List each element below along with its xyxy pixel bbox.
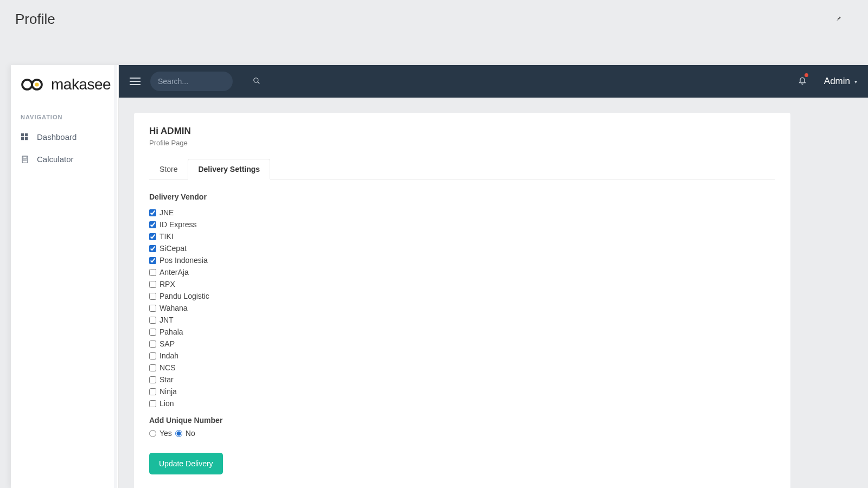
vendor-checkbox[interactable] <box>149 233 156 240</box>
vendor-label: Pos Indonesia <box>159 254 208 266</box>
page-title: Profile <box>15 11 835 28</box>
vendor-checkbox[interactable] <box>149 209 156 216</box>
tab-store[interactable]: Store <box>149 159 188 179</box>
vendor-checkbox[interactable] <box>149 341 156 348</box>
vendor-row: Indah <box>149 350 775 362</box>
vendor-row: ID Express <box>149 219 775 230</box>
vendor-label: Indah <box>159 350 178 362</box>
vendor-label: SAP <box>159 338 175 350</box>
vendor-label: AnterAja <box>159 266 189 278</box>
vendor-label: JNE <box>159 207 174 219</box>
vendor-row: Ninja <box>149 386 775 397</box>
vendor-label: RPX <box>159 278 175 290</box>
brand-logo-icon <box>21 77 47 92</box>
vendor-label: ID Express <box>159 219 196 230</box>
tab-delivery-settings[interactable]: Delivery Settings <box>188 159 270 179</box>
vendor-row: Lion <box>149 397 775 409</box>
update-delivery-button[interactable]: Update Delivery <box>149 453 223 474</box>
unique-no-label: No <box>186 429 195 438</box>
vendor-checkbox[interactable] <box>149 281 156 288</box>
unique-no-radio[interactable] <box>175 430 182 437</box>
menu-toggle-button[interactable] <box>130 78 141 85</box>
sidebar-item-dashboard[interactable]: Dashboard <box>11 126 118 148</box>
profile-card: Hi ADMIN Profile Page Store Delivery Set… <box>134 113 790 488</box>
vendor-row: SiCepat <box>149 242 775 254</box>
vendor-checkbox[interactable] <box>149 293 156 300</box>
calculator-icon <box>21 155 29 164</box>
content: Hi ADMIN Profile Page Store Delivery Set… <box>119 98 868 488</box>
vendor-checkbox[interactable] <box>149 245 156 252</box>
dashboard-icon <box>21 133 29 142</box>
vendor-row: TIKI <box>149 230 775 242</box>
sidebar-item-label: Calculator <box>37 155 74 164</box>
vendor-label: Pandu Logistic <box>159 290 209 302</box>
search-input[interactable] <box>158 77 253 86</box>
vendor-row: NCS <box>149 362 775 374</box>
svg-line-16 <box>258 81 260 84</box>
vendor-row: Star <box>149 374 775 386</box>
tabs: Store Delivery Settings <box>149 159 775 179</box>
vendor-list: JNEID ExpressTIKISiCepatPos IndonesiaAnt… <box>149 207 775 409</box>
card-title: Hi ADMIN <box>149 126 775 137</box>
vendor-label: JNT <box>159 314 174 326</box>
svg-point-0 <box>22 80 32 89</box>
vendor-label: NCS <box>159 362 176 374</box>
nav-heading: NAVIGATION <box>11 104 118 126</box>
vendor-row: AnterAja <box>149 266 775 278</box>
notification-dot-icon <box>805 73 808 77</box>
vendor-label: Lion <box>159 397 174 409</box>
search-icon[interactable] <box>253 77 260 86</box>
tab-label: Delivery Settings <box>198 165 260 174</box>
main: Admin ▾ Hi ADMIN Profile Page Store Deli… <box>119 65 868 488</box>
brand-name: makasee <box>51 76 111 93</box>
vendor-checkbox[interactable] <box>149 376 156 383</box>
vendor-checkbox[interactable] <box>149 329 156 336</box>
topbar: Admin ▾ <box>119 65 868 98</box>
notifications-button[interactable] <box>798 75 807 87</box>
vendor-row: Pandu Logistic <box>149 290 775 302</box>
user-menu[interactable]: Admin ▾ <box>824 76 857 87</box>
svg-point-2 <box>35 82 39 86</box>
card-subtitle: Profile Page <box>149 139 775 147</box>
svg-rect-4 <box>25 133 28 136</box>
sidebar-item-label: Dashboard <box>37 132 76 142</box>
unique-number-heading: Add Unique Number <box>149 416 775 425</box>
vendor-label: Pahala <box>159 326 183 338</box>
sidebar-item-calculator[interactable]: Calculator <box>11 148 118 170</box>
unique-yes-label: Yes <box>159 429 172 438</box>
sidebar: makasee NAVIGATION Dashboard Calculator <box>11 65 119 488</box>
vendor-label: Wahana <box>159 302 188 314</box>
vendor-checkbox[interactable] <box>149 388 156 395</box>
vendor-row: Pos Indonesia <box>149 254 775 266</box>
app-shell: makasee NAVIGATION Dashboard Calculator <box>11 65 868 488</box>
vendor-row: JNT <box>149 314 775 326</box>
vendor-row: JNE <box>149 207 775 219</box>
vendor-checkbox[interactable] <box>149 269 156 276</box>
vendor-checkbox[interactable] <box>149 400 156 407</box>
search-field[interactable] <box>150 72 233 91</box>
brand: makasee <box>11 65 118 104</box>
vendor-row: Wahana <box>149 302 775 314</box>
vendor-label: SiCepat <box>159 242 187 254</box>
svg-rect-3 <box>21 133 24 136</box>
vendor-row: RPX <box>149 278 775 290</box>
vendor-checkbox[interactable] <box>149 305 156 312</box>
unique-number-options: Yes No <box>149 429 775 438</box>
vendor-checkbox[interactable] <box>149 352 156 359</box>
vendor-row: Pahala <box>149 326 775 338</box>
user-name: Admin <box>824 76 850 87</box>
delivery-vendor-heading: Delivery Vendor <box>149 192 775 201</box>
vendor-checkbox[interactable] <box>149 364 156 371</box>
vendor-label: Ninja <box>159 386 177 397</box>
vendor-checkbox[interactable] <box>149 257 156 264</box>
vendor-row: SAP <box>149 338 775 350</box>
pin-icon[interactable] <box>835 15 842 24</box>
svg-rect-5 <box>21 137 24 140</box>
vendor-checkbox[interactable] <box>149 221 156 228</box>
vendor-checkbox[interactable] <box>149 317 156 324</box>
page-header: Profile <box>0 0 868 38</box>
chevron-down-icon: ▾ <box>854 79 857 85</box>
svg-rect-8 <box>23 157 27 158</box>
unique-yes-radio[interactable] <box>149 430 156 437</box>
tab-label: Store <box>159 165 177 174</box>
